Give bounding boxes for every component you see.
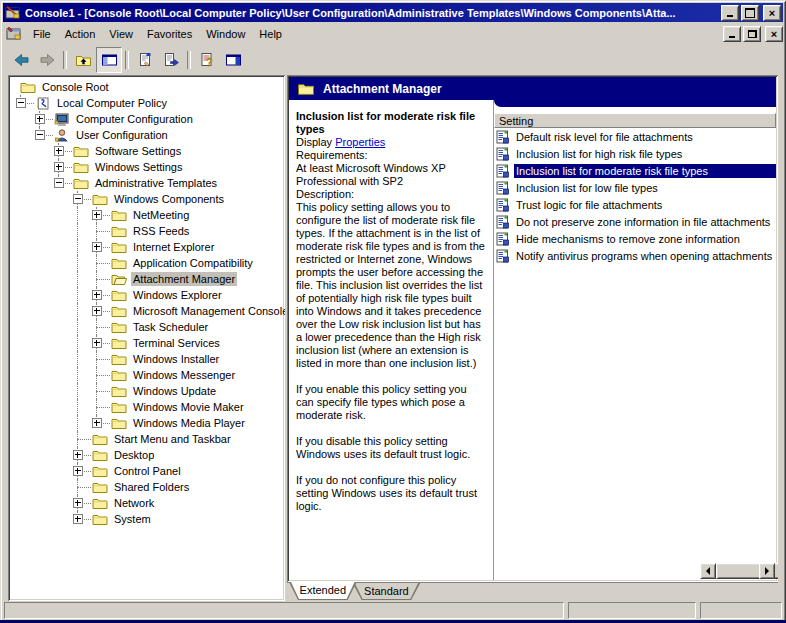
up-one-level-button[interactable] [70, 47, 96, 73]
toolbar-separator [187, 51, 191, 69]
collapse-toggle[interactable] [16, 98, 26, 108]
tree-item-attachment-manager[interactable]: Attachment Manager [11, 271, 285, 287]
properties-button[interactable] [132, 47, 158, 73]
policy-title: Inclusion list for moderate risk file ty… [296, 110, 485, 136]
expand-toggle[interactable] [73, 498, 83, 508]
tree-item-windows-components[interactable]: Windows Components [11, 191, 285, 207]
expand-toggle[interactable] [73, 514, 83, 524]
setting-row-inclusion-list-for-moderate-risk-file-ty[interactable]: Inclusion list for moderate risk file ty… [494, 162, 776, 179]
tree-item-windows-media-player[interactable]: Windows Media Player [11, 415, 285, 431]
tree-item-user-configuration[interactable]: User Configuration [11, 127, 285, 143]
tree-item-local-computer-policy[interactable]: Local Computer Policy [11, 95, 285, 111]
tree-guide [35, 431, 54, 447]
tree-item-control-panel[interactable]: Control Panel [11, 463, 285, 479]
setting-row-inclusion-list-for-low-file-types[interactable]: Inclusion list for low file types [494, 179, 776, 196]
properties-link[interactable]: Properties [335, 136, 385, 148]
tree-item-windows-update[interactable]: Windows Update [11, 383, 285, 399]
horizontal-scrollbar[interactable] [700, 563, 775, 579]
expand-toggle[interactable] [92, 242, 102, 252]
child-restore-button[interactable] [743, 26, 761, 42]
expand-toggle[interactable] [54, 162, 64, 172]
tree-item-windows-messenger[interactable]: Windows Messenger [11, 367, 285, 383]
tree-item-shared-folders[interactable]: Shared Folders [11, 479, 285, 495]
setting-column-header[interactable]: Setting [494, 113, 776, 128]
expand-toggle[interactable] [92, 306, 102, 316]
child-minimize-button[interactable] [723, 26, 741, 42]
setting-row-inclusion-list-for-high-risk-file-types[interactable]: Inclusion list for high risk file types [494, 145, 776, 162]
tree-item-label: Windows Media Player [131, 416, 247, 430]
help-button[interactable]: ? [194, 47, 220, 73]
menu-favorites[interactable]: Favorites [140, 26, 199, 42]
forward-button[interactable] [34, 47, 60, 73]
expand-toggle[interactable] [73, 466, 83, 476]
scroll-right-button[interactable] [759, 563, 775, 579]
tree-item-windows-movie-maker[interactable]: Windows Movie Maker [11, 399, 285, 415]
tree-item-terminal-services[interactable]: Terminal Services [11, 335, 285, 351]
back-button[interactable] [8, 47, 34, 73]
expand-toggle[interactable] [73, 450, 83, 460]
close-button[interactable]: × [763, 5, 781, 21]
tree-guide [73, 351, 92, 367]
tree-item-start-menu-and-taskbar[interactable]: Start Menu and Taskbar [11, 431, 285, 447]
tree-item-system[interactable]: System [11, 511, 285, 527]
export-list-button[interactable] [158, 47, 184, 73]
tree-guide [16, 287, 35, 303]
folder-icon [111, 319, 128, 335]
expand-toggle[interactable] [92, 290, 102, 300]
tree-guide [35, 335, 54, 351]
scroll-left-button[interactable] [700, 563, 716, 579]
collapse-toggle[interactable] [35, 130, 45, 140]
tree-item-windows-explorer[interactable]: Windows Explorer [11, 287, 285, 303]
menu-window[interactable]: Window [199, 26, 252, 42]
menu-file[interactable]: File [26, 26, 58, 42]
expand-toggle[interactable] [92, 210, 102, 220]
expand-toggle[interactable] [92, 418, 102, 428]
maximize-button[interactable] [741, 5, 759, 21]
child-close-button[interactable]: × [765, 26, 783, 42]
tree-guide [16, 463, 35, 479]
tree-item-computer-configuration[interactable]: Computer Configuration [11, 111, 285, 127]
menu-action[interactable]: Action [58, 26, 103, 42]
tree-item-console-root[interactable]: Console Root [11, 79, 285, 95]
expand-toggle[interactable] [35, 114, 45, 124]
tab-extended[interactable]: Extended [289, 582, 357, 600]
tree-connector [16, 95, 35, 111]
tree-item-administrative-templates[interactable]: Administrative Templates [11, 175, 285, 191]
tree-item-netmeeting[interactable]: NetMeeting [11, 207, 285, 223]
setting-row-trust-logic-for-file-attachments[interactable]: Trust logic for file attachments [494, 196, 776, 213]
show-hide-console-tree-button[interactable] [96, 47, 122, 73]
toolbar: ? [3, 45, 783, 74]
folder-icon [73, 159, 90, 175]
tree-item-windows-installer[interactable]: Windows Installer [11, 351, 285, 367]
tab-standard[interactable]: Standard [353, 583, 421, 600]
mmc-app-icon[interactable] [5, 5, 21, 20]
setting-row-notify-antivirus-programs-when-opening-a[interactable]: Notify antivirus programs when opening a… [494, 247, 776, 264]
collapse-toggle[interactable] [54, 178, 64, 188]
tree-item-microsoft-management-console[interactable]: Microsoft Management Console [11, 303, 285, 319]
tree-item-rss-feeds[interactable]: RSS Feeds [11, 223, 285, 239]
tree-item-desktop[interactable]: Desktop [11, 447, 285, 463]
console-window-icon[interactable] [6, 26, 24, 42]
show-action-pane-button[interactable] [220, 47, 246, 73]
minimize-button[interactable] [721, 5, 739, 21]
tree-item-software-settings[interactable]: Software Settings [11, 143, 285, 159]
tree-item-network[interactable]: Network [11, 495, 285, 511]
menu-view[interactable]: View [102, 26, 140, 42]
tree-item-application-compatibility[interactable]: Application Compatibility [11, 255, 285, 271]
tree-item-windows-settings[interactable]: Windows Settings [11, 159, 285, 175]
tree-item-task-scheduler[interactable]: Task Scheduler [11, 319, 285, 335]
setting-row-do-not-preserve-zone-information-in-file[interactable]: Do not preserve zone information in file… [494, 213, 776, 230]
tree-guide [16, 239, 35, 255]
setting-row-default-risk-level-for-file-attachments[interactable]: Default risk level for file attachments [494, 128, 776, 145]
menu-help[interactable]: Help [252, 26, 289, 42]
setting-row-hide-mechanisms-to-remove-zone-informati[interactable]: Hide mechanisms to remove zone informati… [494, 230, 776, 247]
collapse-toggle[interactable] [73, 194, 83, 204]
setting-label: Trust logic for file attachments [514, 198, 664, 212]
tree-item-internet-explorer[interactable]: Internet Explorer [11, 239, 285, 255]
expand-toggle[interactable] [92, 338, 102, 348]
tree-guide [54, 463, 73, 479]
tree-guide [73, 223, 92, 239]
expand-toggle[interactable] [54, 146, 64, 156]
tree-guide [54, 271, 73, 287]
tree-guide [16, 255, 35, 271]
